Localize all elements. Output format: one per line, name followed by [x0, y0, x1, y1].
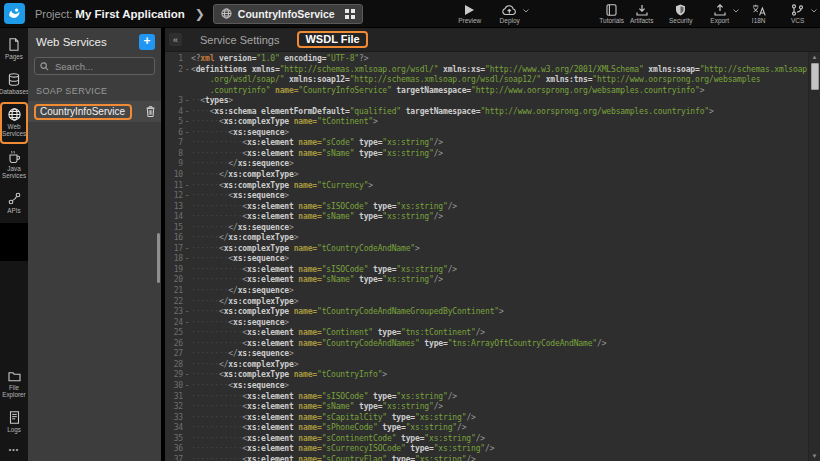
code-text: ···········<xs:element name="sISOCode" t… [191, 202, 808, 213]
deploy-button[interactable]: Deploy [495, 3, 525, 24]
code-line: 13···········<xs:element name="sISOCode"… [165, 202, 808, 213]
chevron-down-icon[interactable] [523, 9, 529, 13]
code-line: .org/wsdl/soap/" xmlns:soap12="http://sc… [165, 75, 808, 86]
more-options-button[interactable]: ••• [0, 440, 28, 459]
panel-scrollbar-thumb[interactable] [157, 233, 160, 283]
chevron-down-icon[interactable] [733, 9, 739, 13]
line-number: 33 [165, 413, 183, 424]
fold-gutter [183, 170, 191, 181]
fold-marker-icon[interactable]: - [183, 307, 191, 318]
editor-scrollbar[interactable]: ▲ ▼ [808, 52, 820, 461]
fold-gutter [183, 349, 191, 360]
fold-gutter [183, 265, 191, 276]
preview-button[interactable]: Preview [455, 3, 485, 24]
add-service-button[interactable]: + [139, 34, 155, 50]
fold-marker-icon[interactable]: - [183, 191, 191, 202]
service-tab[interactable]: CountryInfoService [213, 4, 363, 24]
collapse-panel-button[interactable]: « [169, 33, 182, 46]
fold-gutter [183, 54, 191, 65]
tab-wsdl-file[interactable]: WSDL File [297, 31, 367, 48]
pages-icon [8, 38, 20, 51]
line-number: 22 [165, 297, 183, 308]
fold-marker-icon[interactable]: - [183, 107, 191, 118]
code-line: 27········</xs:sequence> [165, 349, 808, 360]
scroll-down-icon[interactable]: ▼ [812, 451, 818, 461]
fold-marker-icon[interactable]: - [183, 117, 191, 128]
sidebar-item-apis[interactable]: APIs [0, 186, 28, 221]
chevron-right-icon[interactable]: ❯ [195, 7, 205, 21]
service-search[interactable] [34, 57, 155, 75]
line-number: 35 [165, 434, 183, 445]
code-line: 25···········<xs:element name="Continent… [165, 328, 808, 339]
topbar-tutorials: Tutorials [597, 3, 627, 24]
grid-icon[interactable] [345, 9, 355, 19]
code-line: 1<?xml version="1.0" encoding="UTF-8"?> [165, 54, 808, 65]
code-line: 35···········<xs:element name="sContinen… [165, 434, 808, 445]
topbar: Project:My First Application ❯ CountryIn… [0, 0, 820, 28]
code-text: ····<xs:schema elementFormDefault="quali… [191, 107, 808, 118]
code-line: 22······</xs:complexType> [165, 297, 808, 308]
fold-marker-icon[interactable]: - [183, 96, 191, 107]
delete-service-icon[interactable] [146, 106, 155, 117]
line-number: 4 [165, 107, 183, 118]
code-line: .countryinfo" name="CountryInfoService" … [165, 86, 808, 97]
search-input[interactable] [53, 60, 149, 73]
vcs-icon [791, 3, 804, 16]
code-area[interactable]: 1<?xml version="1.0" encoding="UTF-8"?>2… [165, 52, 808, 461]
sidebar-item-pages[interactable]: Pages [0, 32, 28, 67]
security-button[interactable]: Security [666, 3, 696, 24]
line-number [165, 86, 183, 97]
tab-service-settings[interactable]: Service Settings [200, 34, 279, 46]
project-breadcrumb: Project:My First Application [35, 8, 185, 20]
fold-marker-icon[interactable]: - [183, 244, 191, 255]
export-button[interactable]: Export [705, 3, 735, 24]
code-line: 34···········<xs:element name="sPhoneCod… [165, 423, 808, 434]
service-name[interactable]: CountryInfoService [34, 104, 132, 120]
line-number: 29 [165, 370, 183, 381]
fold-marker-icon[interactable]: - [183, 181, 191, 192]
vcs-button[interactable]: VCS [783, 3, 813, 24]
line-number: 26 [165, 339, 183, 350]
line-number: 3 [165, 96, 183, 107]
sidebar-item-logs[interactable]: Logs [0, 405, 28, 440]
code-text: ···········<xs:element name="sName" type… [191, 402, 808, 413]
scroll-up-icon[interactable]: ▲ [812, 52, 818, 62]
sidebar-item-web-services[interactable]: Web Services [0, 102, 28, 144]
service-list-item[interactable]: CountryInfoService [28, 101, 161, 122]
sidebar-item-file-explorer[interactable]: File Explorer [0, 365, 28, 405]
sidebar-item-java-services[interactable]: Java Services [0, 144, 28, 186]
fold-marker-icon[interactable]: - [183, 128, 191, 139]
fold-gutter [183, 413, 191, 424]
fold-marker-icon[interactable]: - [183, 65, 191, 76]
line-number: 6 [165, 128, 183, 139]
chevron-down-icon[interactable] [811, 9, 817, 13]
fold-gutter [183, 275, 191, 286]
tutorials-button[interactable]: Tutorials [597, 3, 627, 24]
fold-gutter [183, 455, 191, 461]
fold-gutter [183, 75, 191, 86]
fold-gutter [183, 86, 191, 97]
line-number: 24 [165, 318, 183, 329]
code-line: 29-······<xs:complexType name="tCountryI… [165, 370, 808, 381]
line-number: 7 [165, 138, 183, 149]
fold-gutter [183, 423, 191, 434]
wavemaker-logo-icon[interactable] [4, 3, 25, 24]
fold-marker-icon[interactable]: - [183, 318, 191, 329]
fold-marker-icon[interactable]: - [183, 254, 191, 265]
i18n-button[interactable]: I18N [744, 3, 774, 24]
line-number: 5 [165, 117, 183, 128]
sidebar-item-label: Databases [0, 88, 29, 95]
code-line: 4-····<xs:schema elementFormDefault="qua… [165, 107, 808, 118]
apis-icon [8, 192, 21, 205]
code-line: 14···········<xs:element name="sName" ty… [165, 212, 808, 223]
code-text: ···········<xs:element name="sISOCode" t… [191, 265, 808, 276]
fold-marker-icon[interactable]: - [183, 381, 191, 392]
artifacts-button[interactable]: Artifacts [627, 3, 657, 24]
code-line: 5-······<xs:complexType name="tContinent… [165, 117, 808, 128]
sidebar-item-databases[interactable]: Databases [0, 67, 28, 102]
export-icon [714, 3, 726, 16]
code-text: ···········<xs:element name="sCode" type… [191, 138, 808, 149]
line-number: 10 [165, 170, 183, 181]
scrollbar-thumb[interactable] [811, 63, 819, 90]
fold-marker-icon[interactable]: - [183, 370, 191, 381]
